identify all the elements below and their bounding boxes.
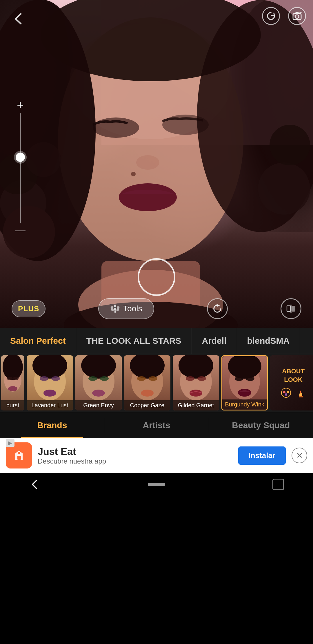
bottom-camera-controls: PLUS Tools	[0, 298, 313, 319]
look-item-gilded-garnet[interactable]: Gilded Garnet	[173, 355, 219, 410]
svg-point-47	[137, 376, 146, 381]
intensity-slider[interactable]: + —	[16, 99, 25, 238]
svg-point-5	[136, 155, 159, 170]
svg-point-32	[7, 377, 13, 380]
svg-point-61	[283, 391, 285, 393]
look-label-copper-gaze: Copper Gaze	[124, 400, 170, 410]
ad-close-button[interactable]: ✕	[292, 448, 307, 463]
svg-point-52	[186, 376, 194, 381]
ad-title: Just Eat	[38, 446, 232, 457]
camera-switch-button[interactable]	[287, 6, 307, 26]
system-back-button[interactable]	[29, 479, 41, 490]
back-button[interactable]	[9, 9, 29, 29]
camera-view: + — PLUS Tools	[0, 0, 313, 328]
svg-point-58	[246, 377, 254, 381]
svg-point-49	[141, 390, 154, 397]
svg-point-60	[281, 388, 291, 397]
category-tabs: Brands Artists Beauty Squad	[0, 412, 313, 438]
tab-salon-perfect[interactable]: Salon Perfect	[0, 328, 76, 354]
look-label-burst: burst	[1, 400, 24, 410]
tools-button[interactable]: Tools	[98, 298, 154, 319]
system-nav-bar	[0, 473, 313, 496]
look-item-lavender-lust[interactable]: Lavender Lust	[27, 355, 73, 410]
looks-carousel: burst Lavender Lust Green Envy	[0, 354, 313, 412]
tab-beauty-squad[interactable]: Beauty Squad	[209, 412, 313, 438]
tools-icon	[110, 304, 120, 313]
plus-badge[interactable]: PLUS	[12, 300, 46, 317]
svg-point-33	[13, 377, 19, 380]
tab-artists[interactable]: Artists	[104, 412, 208, 438]
slider-minus-icon: —	[15, 225, 26, 235]
look-label-gilded-garnet: Gilded Garnet	[173, 400, 219, 410]
svg-point-42	[88, 376, 97, 381]
ad-indicator: ▶	[6, 439, 14, 447]
svg-rect-65	[299, 396, 303, 397]
svg-point-21	[295, 15, 299, 18]
svg-point-37	[40, 376, 48, 381]
svg-point-54	[190, 390, 202, 397]
look-label-green-envy: Green Envy	[75, 400, 122, 410]
reset-icon-circle	[262, 7, 280, 25]
compare-button[interactable]	[281, 298, 301, 319]
look-item-burgundy-wink[interactable]: Burgundy Wink	[221, 355, 268, 410]
ad-text-block: Just Eat Descubre nuestra app	[38, 446, 232, 465]
svg-point-68	[18, 452, 20, 454]
ad-install-button[interactable]: Instalar	[238, 446, 286, 465]
back-icon	[12, 12, 26, 26]
svg-point-48	[149, 376, 157, 381]
svg-point-62	[287, 391, 289, 393]
look-item-burst[interactable]: burst	[1, 355, 24, 410]
ad-close-icon: ✕	[296, 451, 303, 460]
svg-rect-25	[110, 306, 114, 311]
about-look-icons	[280, 387, 306, 399]
svg-rect-23	[114, 310, 116, 313]
svg-point-39	[43, 390, 56, 397]
svg-rect-28	[287, 306, 290, 312]
about-look-text: ABOUT LOOK	[282, 367, 305, 384]
svg-point-15	[270, 125, 310, 165]
svg-point-19	[131, 172, 136, 176]
look-item-about-look[interactable]: ABOUT LOOK	[270, 355, 313, 410]
ad-subtitle: Descubre nuestra app	[38, 457, 232, 465]
svg-point-57	[235, 377, 243, 381]
tab-the-look-all-stars[interactable]: THE LOOK ALL STARS	[76, 328, 192, 354]
svg-point-13	[26, 142, 61, 177]
system-recents-button[interactable]	[272, 479, 284, 490]
makeup-palette-icon	[280, 387, 292, 399]
look-item-green-envy[interactable]: Green Envy	[75, 355, 122, 410]
svg-rect-26	[116, 306, 120, 311]
svg-point-6	[119, 183, 177, 211]
undo-icon	[212, 303, 223, 314]
svg-point-24	[114, 307, 116, 308]
tab-blendsma[interactable]: blendSMA	[237, 328, 300, 354]
center-capture-circle[interactable]	[138, 258, 175, 296]
lipstick-icon	[295, 387, 306, 399]
tab-brands[interactable]: Brands	[0, 412, 104, 438]
svg-point-44	[92, 390, 105, 397]
reset-button[interactable]	[261, 6, 281, 26]
top-right-controls	[261, 6, 307, 26]
camera-icon-circle	[288, 7, 306, 25]
look-item-copper-gaze[interactable]: Copper Gaze	[124, 355, 170, 410]
undo-button[interactable]	[207, 298, 228, 319]
slider-plus-icon: +	[17, 99, 23, 112]
svg-point-14	[258, 162, 310, 215]
ad-banner: ▶ Just Eat Descubre nuestra app Instalar…	[0, 438, 313, 473]
svg-point-43	[100, 376, 109, 381]
look-label-lavender-lust: Lavender Lust	[27, 400, 73, 410]
tab-ardell[interactable]: Ardell	[192, 328, 237, 354]
just-eat-icon	[11, 448, 27, 464]
svg-point-63	[285, 393, 287, 396]
svg-point-38	[51, 376, 60, 381]
svg-rect-29	[292, 306, 295, 312]
system-home-button[interactable]	[148, 483, 165, 486]
svg-point-12	[3, 206, 55, 258]
slider-track	[20, 113, 21, 223]
look-label-burgundy-wink: Burgundy Wink	[222, 399, 267, 410]
svg-rect-67	[17, 456, 21, 460]
tools-label: Tools	[123, 304, 142, 313]
svg-point-53	[197, 376, 206, 381]
slider-thumb[interactable]	[16, 153, 25, 162]
brand-tabs-row: Salon Perfect THE LOOK ALL STARS Ardell …	[0, 328, 313, 354]
compare-icon	[286, 303, 296, 314]
